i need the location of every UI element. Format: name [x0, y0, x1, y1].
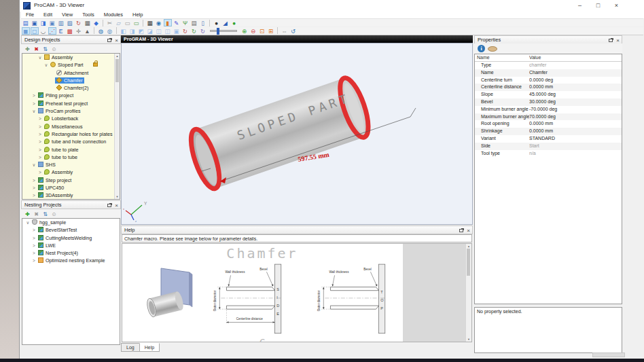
add-button[interactable]: ✚	[24, 210, 32, 217]
help-scrollbar[interactable]: ▲ ▼	[465, 244, 471, 342]
chevron-right-icon[interactable]: >	[37, 138, 43, 145]
tree-item-tube-to-plate[interactable]: >tube to plate	[22, 146, 120, 153]
zoom-out-button[interactable]: ⊖	[249, 27, 257, 35]
view-iso-button[interactable]: ◧	[120, 27, 128, 35]
property-row-bevel[interactable]: Bevel30.0000 deg	[475, 98, 622, 106]
tree-item-chamfer-2-[interactable]: Chamfer(2)	[22, 84, 120, 92]
tree-item-rectangular-holes-for-plates[interactable]: >Rectangular holes for plates	[22, 130, 120, 138]
scroll-down-icon[interactable]: ▼	[115, 195, 120, 198]
transparency-slider[interactable]	[210, 30, 237, 32]
menu-help[interactable]: Help	[128, 12, 147, 18]
tree-item-assembly[interactable]: >Assembly	[22, 168, 120, 176]
label-button[interactable]: E	[57, 27, 65, 35]
menu-file[interactable]: File	[21, 12, 39, 18]
tree-item-tube-and-hole-connection[interactable]: >tube and hole connection	[22, 138, 120, 145]
view-bottom-button[interactable]: ▣	[173, 27, 181, 35]
close-button[interactable]: ×	[608, 1, 625, 10]
property-row-name[interactable]: NameChamfer	[475, 69, 622, 77]
float-icon[interactable]	[107, 204, 111, 207]
chevron-right-icon[interactable]: >	[31, 242, 37, 249]
options-button[interactable]: ☺	[50, 210, 58, 217]
paste-button[interactable]: ▭	[124, 19, 132, 26]
chevron-down-icon[interactable]: ∨	[31, 107, 37, 115]
tree-item-attachment[interactable]: Attachment	[22, 69, 120, 77]
chevron-down-icon[interactable]: ∨	[43, 61, 49, 69]
pick-button[interactable]: ▲	[84, 27, 92, 35]
tree-item-cuttingmeetswelding[interactable]: >CuttingMeetsWelding	[22, 234, 120, 242]
scroll-thumb[interactable]	[467, 249, 470, 276]
import-button[interactable]: ◨	[39, 19, 48, 26]
tab-log[interactable]: Log	[121, 343, 140, 352]
table-button[interactable]: ▦	[146, 19, 154, 26]
print-button[interactable]: ▤	[190, 19, 198, 26]
property-row-maximum-burner-angle[interactable]: Maximum burner angle70.0000 deg	[475, 113, 622, 121]
property-row-variant[interactable]: VariantSTANDARD	[475, 135, 622, 143]
tree-item-miscellaneous[interactable]: >Miscellaneous	[22, 123, 120, 130]
sort-button[interactable]: ⇅	[41, 45, 50, 52]
tree-item-nest-project-4-[interactable]: >Nest Project(4)	[22, 249, 120, 257]
export-button[interactable]: ▯	[199, 19, 207, 26]
chevron-right-icon[interactable]: >	[37, 130, 43, 138]
open-folder-button[interactable]: ▧	[66, 19, 74, 26]
chevron-right-icon[interactable]: >	[31, 177, 37, 184]
chevron-right-icon[interactable]: >	[37, 123, 43, 130]
resize-grip[interactable]	[592, 352, 625, 357]
chevron-right-icon[interactable]: >	[31, 100, 37, 107]
property-row-slope[interactable]: Slope45.0000 deg	[475, 91, 622, 98]
paste-special-button[interactable]: ▭	[132, 19, 141, 26]
refresh-view-button[interactable]: ↺	[289, 27, 298, 35]
chevron-down-icon[interactable]: ∨	[31, 161, 37, 168]
chevron-right-icon[interactable]: >	[37, 115, 43, 122]
property-row-minimum-burner-angle[interactable]: Minimum burner angle-70.0000 deg	[475, 106, 622, 113]
float-icon[interactable]	[107, 39, 111, 42]
chevron-right-icon[interactable]: >	[31, 92, 37, 99]
property-row-type[interactable]: Typechamfer	[475, 62, 622, 69]
float-icon[interactable]	[459, 229, 463, 232]
chart-button[interactable]: ▮	[164, 19, 172, 26]
chevron-right-icon[interactable]: >	[37, 168, 43, 176]
run-button[interactable]: ●	[230, 19, 238, 26]
sort-button[interactable]: ⇅	[41, 210, 50, 217]
copy-button[interactable]: ▱	[115, 19, 123, 26]
options-button[interactable]: ☺	[50, 45, 58, 52]
sloped-part-model[interactable]: SLOPED PART	[185, 75, 374, 192]
maximize-button[interactable]: □	[590, 1, 607, 10]
menu-modules[interactable]: Modules	[99, 12, 128, 18]
probe-button[interactable]: ✛	[75, 27, 83, 35]
annotate-button[interactable]: ✎	[173, 19, 181, 26]
menu-tools[interactable]: Tools	[77, 12, 99, 18]
category-button[interactable]	[488, 46, 497, 52]
add-button[interactable]: ✚	[24, 45, 32, 52]
rotate-x-button[interactable]: ↻	[181, 27, 190, 35]
tree-item-piling-project[interactable]: >Piling project	[22, 92, 120, 99]
corner-button[interactable]: ◢	[221, 19, 230, 26]
tree-item-tube-to-tube[interactable]: >tube to tube	[22, 153, 120, 161]
rotate-y-button[interactable]: ↻	[190, 27, 198, 35]
tree-item-optimized-nesting-example[interactable]: >Optimized nesting Example	[22, 257, 120, 264]
view-back-button[interactable]: ◩	[137, 27, 145, 35]
property-row-root-opening[interactable]: Root opening0.0000 mm	[475, 120, 622, 128]
delete-button[interactable]: ✖	[33, 210, 41, 217]
tree-item-shs[interactable]: ∨SHS	[22, 161, 120, 168]
orbit-button[interactable]: ◍	[97, 27, 105, 35]
menu-view[interactable]: View	[57, 12, 77, 18]
record-button[interactable]: ●	[213, 19, 221, 26]
open-project-button[interactable]: ▥	[57, 19, 65, 26]
tree-item-sloped-part[interactable]: ∨Sloped Part	[22, 61, 120, 69]
viewport-3d[interactable]: SLOPED PART 597.55 mm Y x z	[121, 43, 473, 225]
view-right-button[interactable]: ◫	[155, 27, 163, 35]
material-button[interactable]: ▩	[66, 27, 74, 35]
cut-button[interactable]: ✂	[106, 19, 114, 26]
scroll-down-icon[interactable]: ▼	[466, 338, 471, 341]
save-all-button[interactable]: ▣	[48, 19, 56, 26]
zoom-extents-button[interactable]: ⊞	[267, 27, 275, 35]
chevron-right-icon[interactable]: >	[31, 257, 37, 264]
tree-item-preheat-test-project[interactable]: >Preheat test project	[22, 100, 120, 107]
curve-button[interactable]: ◡	[39, 27, 48, 35]
chevron-right-icon[interactable]: >	[37, 146, 43, 153]
pan-button[interactable]: ⇔	[281, 27, 289, 35]
chevron-down-icon[interactable]: ∨	[25, 219, 31, 226]
zoom-window-button[interactable]: ⊡	[258, 27, 266, 35]
wireframe-view-button[interactable]: ◻	[31, 27, 39, 35]
tree-item-lobsterback[interactable]: >Lobsterback	[22, 115, 120, 122]
